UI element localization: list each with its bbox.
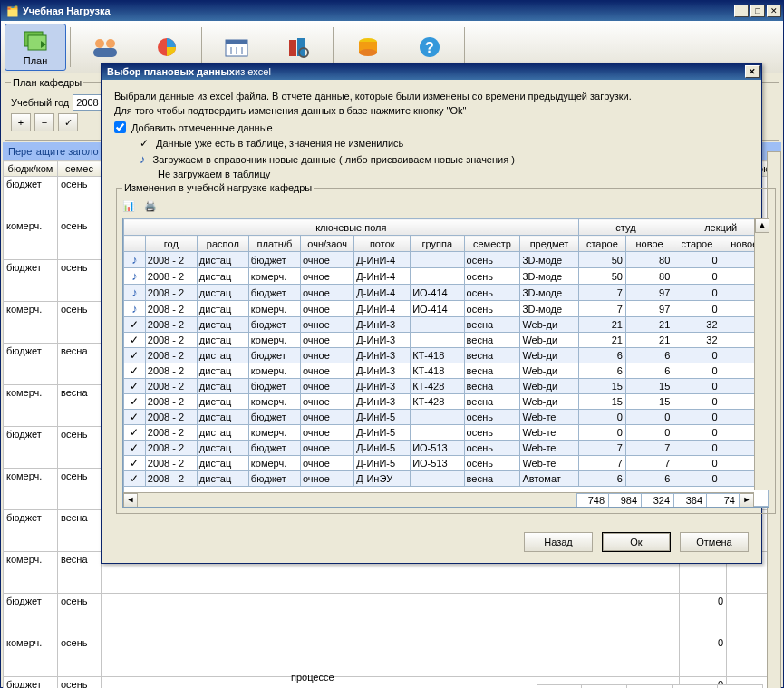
year-label: Учебный год bbox=[11, 97, 69, 108]
svg-point-3 bbox=[106, 39, 115, 48]
help-icon: ? bbox=[415, 34, 444, 60]
svg-point-16 bbox=[359, 49, 377, 56]
add-checked-checkbox[interactable] bbox=[114, 121, 126, 133]
process-text: процессе bbox=[291, 672, 334, 683]
changes-fieldset: Изменения в учебной нагрузке кафедры 📊 🖨… bbox=[116, 182, 776, 514]
col-header[interactable]: платн/б bbox=[248, 236, 300, 252]
changes-grid[interactable]: ключевые поля студ лекций годрасполплатн… bbox=[123, 218, 769, 507]
close-button[interactable]: ✕ bbox=[767, 5, 781, 17]
grid-hscroll[interactable]: ◄ 74898432436474 ► bbox=[123, 492, 754, 507]
dialog-title-thin: из excel bbox=[235, 66, 271, 77]
grid-vscroll[interactable]: ▲ bbox=[754, 218, 769, 490]
main-totals: 716284748126 bbox=[537, 684, 763, 688]
table-row[interactable]: ✓2008 - 2дистацбюджеточноеД-ИнИ-5ИО-513о… bbox=[124, 441, 769, 456]
dialog-title-bold: Выбор плановых данных bbox=[107, 66, 235, 77]
tick-icon: ✓ bbox=[140, 137, 149, 150]
minimize-button[interactable]: _ bbox=[734, 5, 749, 17]
note-icon: ♪ bbox=[140, 152, 146, 166]
col-semester[interactable]: семес bbox=[58, 161, 102, 177]
col-header[interactable]: группа bbox=[411, 236, 464, 252]
piechart-icon bbox=[152, 34, 181, 60]
col-header[interactable]: очн/заоч bbox=[300, 236, 353, 252]
table-row[interactable]: ✓2008 - 2дистацбюджеточноеД-ИнИ-3КТ-428в… bbox=[124, 379, 769, 394]
excel-export-icon[interactable]: 📊 bbox=[122, 200, 135, 212]
app-title: Учебная Нагрузка bbox=[23, 5, 732, 16]
add-button[interactable]: + bbox=[11, 113, 31, 131]
excel-import-dialog: Выбор плановых данных из excel ✕ Выбрали… bbox=[101, 63, 762, 564]
dialog-titlebar: Выбор плановых данных из excel ✕ bbox=[102, 63, 761, 80]
table-row[interactable]: ♪2008 - 2дистацбюджеточноеД-ИнИ-4ИО-414о… bbox=[124, 285, 769, 301]
table-row[interactable]: ✓2008 - 2дистацбюджеточноеД-ИнИ-5осеньWe… bbox=[124, 410, 769, 425]
col-header[interactable]: новое bbox=[625, 236, 673, 252]
changes-grid-wrap: ключевые поля студ лекций годрасполплатн… bbox=[122, 218, 769, 508]
table-row[interactable]: ♪2008 - 2дистацкомерч.очноеД-ИнИ-4осень3… bbox=[124, 268, 769, 285]
database-icon bbox=[353, 34, 382, 60]
table-row[interactable]: ✓2008 - 2дистацбюджеточноеД-ИнИ-3веснаWe… bbox=[124, 317, 769, 333]
table-row[interactable]: ♪2008 - 2дистацбюджеточноеД-ИнИ-4осень3D… bbox=[124, 252, 769, 268]
col-header[interactable]: семестр bbox=[464, 236, 520, 252]
col-header[interactable] bbox=[124, 236, 146, 252]
svg-point-2 bbox=[95, 39, 104, 48]
col-header[interactable]: старое bbox=[673, 236, 721, 252]
table-row[interactable]: ✓2008 - 2дистацбюджеточноеД-ИнИ-3КТ-418в… bbox=[124, 348, 769, 363]
books-icon bbox=[284, 34, 313, 60]
plan-tab[interactable]: План bbox=[5, 24, 66, 71]
group-keys: ключевые поля bbox=[124, 219, 579, 236]
table-row[interactable]: ✓2008 - 2дистацбюджеточноеД-ИнЭУвеснаАвт… bbox=[124, 471, 769, 487]
plan-legend: План кафедры bbox=[11, 77, 83, 88]
table-row[interactable]: ✓2008 - 2дистацкомерч.очноеД-ИнИ-5ИО-513… bbox=[124, 456, 769, 471]
svg-rect-4 bbox=[93, 48, 117, 57]
col-header[interactable]: старое bbox=[578, 236, 625, 252]
add-checked-label: Добавить отмеченные данные bbox=[131, 122, 273, 133]
table-row[interactable]: ✓2008 - 2дистацкомерч.очноеД-ИнИ-3КТ-418… bbox=[124, 363, 769, 379]
maximize-button[interactable]: □ bbox=[750, 5, 765, 17]
col-header[interactable]: поток bbox=[354, 236, 411, 252]
table-row[interactable]: ✓2008 - 2дистацкомерч.очноеД-ИнИ-5осеньW… bbox=[124, 425, 769, 441]
svg-rect-7 bbox=[226, 40, 247, 44]
svg-rect-11 bbox=[289, 40, 296, 56]
col-header[interactable]: год bbox=[145, 236, 197, 252]
table-row[interactable]: ✓2008 - 2дистацкомерч.очноеД-ИнИ-3веснаW… bbox=[124, 333, 769, 348]
info-line-2: Для того чтобы подтвердить изменения дан… bbox=[114, 105, 749, 116]
people-icon bbox=[91, 34, 120, 60]
col-header[interactable]: распол bbox=[197, 236, 248, 252]
ok-button[interactable]: Ок bbox=[602, 532, 671, 552]
grid-totals: 74898432436474 bbox=[576, 493, 740, 508]
remove-button[interactable]: − bbox=[34, 113, 54, 131]
cancel-button[interactable]: Отмена bbox=[680, 532, 749, 552]
main-titlebar: 🗂️ Учебная Нагрузка _ □ ✕ bbox=[1, 1, 783, 21]
back-button[interactable]: Назад bbox=[524, 532, 593, 552]
calendar-icon bbox=[222, 34, 251, 60]
col-budget[interactable]: бюдж/ком bbox=[4, 161, 58, 177]
plan-icon bbox=[21, 28, 50, 53]
svg-text:?: ? bbox=[425, 40, 434, 55]
dialog-close-button[interactable]: ✕ bbox=[745, 65, 760, 78]
table-row[interactable]: ♪2008 - 2дистацкомерч.очноеД-ИнИ-4ИО-414… bbox=[124, 301, 769, 317]
group-stud: студ bbox=[578, 219, 673, 236]
print-icon[interactable]: 🖨️ bbox=[144, 200, 157, 212]
plan-label: План bbox=[24, 55, 48, 66]
col-header[interactable]: предмет bbox=[520, 236, 578, 252]
table-row[interactable]: комерч.осень0 bbox=[4, 635, 781, 677]
table-row[interactable]: бюджетосень0 bbox=[4, 594, 781, 635]
apply-button[interactable]: ✓ bbox=[58, 113, 78, 131]
table-row[interactable]: ✓2008 - 2дистацкомерч.очноеД-ИнИ-3КТ-428… bbox=[124, 394, 769, 410]
info-line-1: Выбрали данные из excel файла. В отчете … bbox=[114, 91, 749, 102]
